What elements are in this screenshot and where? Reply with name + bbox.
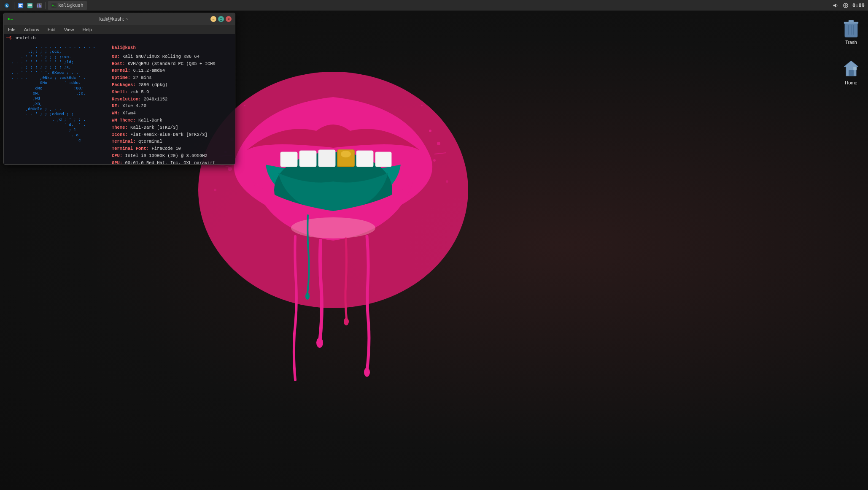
taskbar-left: K — [0, 0, 89, 11]
sysinfo-field: WM Theme: Kali-Dark — [112, 117, 235, 124]
home-icon-desktop[interactable]: Home — [838, 56, 864, 88]
taskbar-icon-2[interactable] — [26, 1, 34, 10]
menu-help[interactable]: Help — [81, 26, 94, 33]
svg-point-18 — [429, 130, 431, 132]
taskbar-right: 0:09 — [831, 1, 868, 10]
taskbar-separator-1 — [14, 2, 14, 9]
menu-edit[interactable]: Edit — [46, 26, 57, 33]
terminal-controls: − □ × — [210, 16, 232, 22]
active-window-label: kali@kush — [58, 3, 84, 8]
field-key: Uptime: — [112, 75, 133, 80]
field-key: Theme: — [112, 125, 130, 130]
menu-actions[interactable]: Actions — [22, 26, 41, 33]
svg-point-12 — [344, 318, 349, 325]
sysinfo-fields: OS: Kali GNU/Linux Rolling x86_64Host: K… — [112, 53, 235, 164]
clock-display: 0:09 — [852, 3, 865, 8]
terminal-window-icon — [7, 16, 14, 22]
field-key: Terminal Font: — [112, 146, 152, 151]
network-icon[interactable] — [841, 1, 850, 10]
svg-point-24 — [446, 180, 448, 183]
sysinfo-field: DE: Xfce 4.20 — [112, 103, 235, 110]
sysinfo-field: OS: Kali GNU/Linux Rolling x86_64 — [112, 53, 235, 60]
minimize-button[interactable]: − — [210, 16, 216, 22]
field-key: WM Theme: — [112, 118, 138, 123]
menu-view[interactable]: View — [62, 26, 76, 33]
svg-rect-43 — [7, 16, 14, 22]
desktop-icons: Trash Home — [838, 15, 864, 88]
svg-rect-3 — [299, 151, 316, 167]
volume-icon[interactable] — [831, 1, 840, 10]
field-key: Host: — [112, 61, 128, 66]
field-value: Kali-Dark — [138, 118, 162, 123]
svg-rect-37 — [849, 20, 854, 22]
sysinfo-field: Uptime: 27 mins — [112, 74, 235, 81]
svg-rect-2 — [280, 152, 297, 167]
terminal-prompt-line: ─$ neofetch — [4, 34, 235, 42]
field-value: 00:01.0 Red Hat, Inc. QXL paravirt — [125, 160, 216, 164]
kali-menu-button[interactable]: K — [2, 0, 12, 11]
terminal-window: kali@kush: ~ − □ × File Actions Edit Vie… — [3, 13, 235, 165]
field-value: FiraCode 10 — [152, 146, 181, 151]
trash-icon-desktop[interactable]: Trash — [838, 15, 864, 47]
field-key: Packages: — [112, 82, 138, 87]
close-button[interactable]: × — [226, 16, 232, 22]
field-value: Xfce 4.20 — [122, 103, 146, 108]
field-value: 2048x1152 — [144, 97, 168, 102]
home-icon-image — [841, 58, 861, 79]
maximize-button[interactable]: □ — [218, 16, 224, 22]
trash-icon-image — [841, 18, 861, 38]
svg-rect-4 — [318, 150, 335, 167]
svg-rect-42 — [853, 67, 857, 70]
svg-point-14 — [305, 293, 310, 300]
field-value: Kali GNU/Linux Rolling x86_64 — [122, 54, 199, 59]
field-key: OS: — [112, 54, 122, 59]
sysinfo-field: Host: KVM/QEMU (Standard PC (Q35 + ICH9 — [112, 60, 235, 68]
taskbar-icon-1[interactable] — [16, 1, 25, 10]
svg-point-19 — [437, 142, 440, 145]
terminal-body[interactable]: . . . . . . . . . . . . . .;;; ; ; ;ccc,… — [4, 42, 235, 164]
svg-rect-41 — [849, 70, 854, 76]
field-value: Kali-Dark [GTK2/3] — [130, 125, 178, 130]
svg-point-20 — [433, 159, 436, 162]
sysinfo-field: CPU: Intel i9-10900K (20) @ 3.695GHz — [112, 152, 235, 160]
system-tray — [831, 1, 850, 10]
field-key: DE: — [112, 103, 122, 108]
svg-point-1 — [274, 152, 392, 228]
trash-icon-label: Trash — [845, 40, 857, 45]
svg-point-22 — [421, 105, 423, 106]
field-key: CPU: — [112, 153, 125, 158]
field-value: Flat-Remix-Blue-Dark [GTK2/3] — [130, 132, 208, 137]
svg-rect-33 — [51, 3, 57, 8]
terminal-titlebar: kali@kush: ~ − □ × — [4, 13, 235, 25]
home-icon-label: Home — [845, 80, 857, 85]
taskbar-icon-3[interactable] — [35, 1, 43, 10]
prompt-user-text: ─$ — [6, 35, 12, 40]
field-value: KVM/QEMU (Standard PC (Q35 + ICH9 — [128, 61, 216, 66]
field-value: qterminal — [138, 139, 162, 144]
terminal-taskbar-icon — [51, 3, 57, 8]
field-value: 2880 (dpkg) — [138, 82, 167, 87]
svg-rect-7 — [375, 152, 391, 167]
field-value: 6.11.2-amd64 — [133, 68, 165, 73]
field-key: Resolution: — [112, 97, 144, 102]
sysinfo-field: Icons: Flat-Remix-Blue-Dark [GTK2/3] — [112, 131, 235, 138]
terminal-title-text: kali@kush: ~ — [17, 16, 210, 22]
field-key: GPU: — [112, 160, 125, 164]
sysinfo-field: Theme: Kali-Dark [GTK2/3] — [112, 124, 235, 131]
sysinfo-display: kali@kush OS: Kali GNU/Linux Rolling x86… — [112, 44, 235, 164]
sysinfo-field: Resolution: 2048x1152 — [112, 96, 235, 103]
field-value: 27 mins — [133, 75, 151, 80]
field-value: Xfwm4 — [122, 111, 136, 116]
svg-point-21 — [244, 105, 245, 106]
menu-file[interactable]: File — [6, 26, 17, 33]
sysinfo-header: kali@kush — [112, 44, 235, 51]
terminal-menubar: File Actions Edit View Help — [4, 25, 235, 34]
active-window-taskbar[interactable]: kali@kush — [48, 1, 87, 10]
field-key: Kernel: — [112, 68, 133, 73]
field-key: Icons: — [112, 132, 130, 137]
field-value: Intel i9-10900K (20) @ 3.695GHz — [125, 153, 208, 158]
sysinfo-field: Packages: 2880 (dpkg) — [112, 81, 235, 89]
svg-rect-5 — [337, 150, 354, 167]
svg-point-11 — [316, 338, 323, 348]
prompt-command-text: neofetch — [14, 35, 36, 40]
